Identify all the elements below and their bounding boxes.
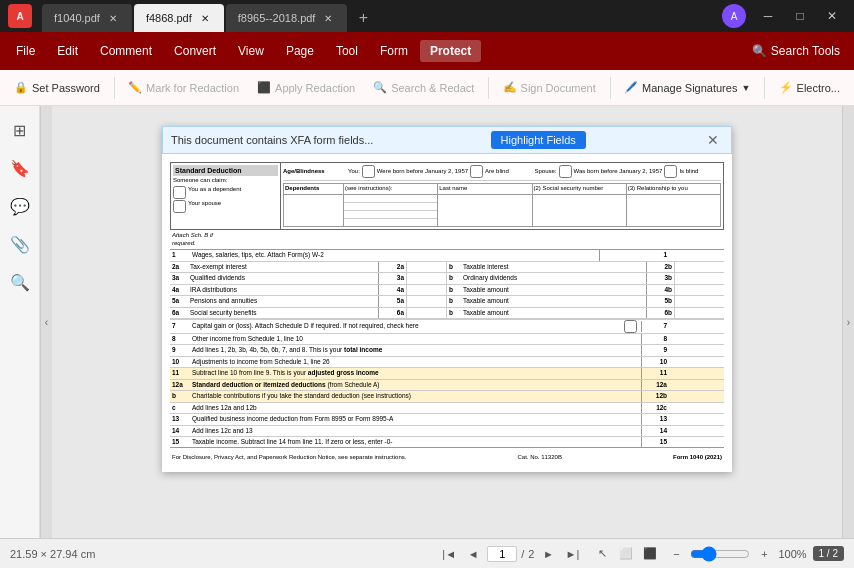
line-12a: 12a Standard deduction or itemized deduc… — [170, 380, 724, 391]
line-3a: 3a Qualified dividends 3a — [170, 273, 447, 284]
manage-signatures-button[interactable]: 🖊️ Manage Signatures ▼ — [616, 77, 758, 98]
search-tools-label: Search Tools — [771, 44, 840, 58]
page-number-input[interactable] — [487, 546, 517, 562]
left-panel-toggle[interactable]: ‹ — [40, 106, 52, 538]
sidebar-pages-icon[interactable]: ⊞ — [4, 114, 36, 146]
search-redact-button[interactable]: 🔍 Search & Redact — [365, 77, 482, 98]
line-5b: b Taxable amount 5b — [447, 296, 724, 307]
spouse-dependent-checkbox[interactable] — [173, 200, 186, 213]
menu-view[interactable]: View — [228, 40, 274, 62]
search-tools-button[interactable]: 🔍 Search Tools — [744, 41, 848, 61]
sidebar-search-icon[interactable]: 🔍 — [4, 266, 36, 298]
zoom-slider[interactable] — [690, 546, 750, 562]
spouse-born-checkbox[interactable] — [559, 165, 572, 178]
tab-f8965-close[interactable]: ✕ — [321, 11, 335, 25]
income-section: Attach Sch. B if required. 1 Wages, sala… — [170, 231, 724, 449]
attach-note-text: Attach Sch. B if required. — [170, 231, 240, 249]
line-4b: b Taxable amount 4b — [447, 285, 724, 296]
set-password-button[interactable]: 🔒 Set Password — [6, 77, 108, 98]
menu-file[interactable]: File — [6, 40, 45, 62]
search-redact-label: Search & Redact — [391, 82, 474, 94]
line-3b: b Ordinary dividends 3b — [447, 273, 724, 284]
xfa-banner-content: This document contains XFA form fields..… — [171, 134, 373, 146]
maximize-button[interactable]: □ — [786, 6, 814, 26]
age-blindness-label: Age/Blindness — [283, 168, 348, 176]
page-count-badge: 1 / 2 — [813, 546, 844, 561]
user-avatar: A — [722, 4, 746, 28]
dependents-label: Dependents — [284, 184, 344, 194]
close-button[interactable]: ✕ — [818, 6, 846, 26]
search-icon: 🔍 — [752, 44, 767, 58]
sign-document-label: Sign Document — [521, 82, 596, 94]
you-blind-label: Are blind — [485, 168, 509, 176]
menu-edit[interactable]: Edit — [47, 40, 88, 62]
add-tab-button[interactable]: + — [349, 4, 377, 32]
apply-redaction-button[interactable]: ⬛ Apply Redaction — [249, 77, 363, 98]
line-1-num: 1 — [170, 250, 190, 260]
ssn-column: Last name — [438, 184, 532, 194]
mark-redaction-button[interactable]: ✏️ Mark for Redaction — [120, 77, 247, 98]
cat-no: Cat. No. 11320B — [518, 454, 562, 462]
sidebar-bookmark-icon[interactable]: 🔖 — [4, 152, 36, 184]
tab-f4868-close[interactable]: ✕ — [198, 11, 212, 25]
fit-page-button[interactable]: ⬜ — [616, 544, 636, 564]
line-6a: 6a Social security benefits 6a — [170, 308, 447, 319]
dependents-rows — [283, 195, 721, 227]
menu-comment[interactable]: Comment — [90, 40, 162, 62]
you-born-checkbox[interactable] — [362, 165, 375, 178]
line-9: 9 Add lines 1, 2b, 3b, 4b, 5b, 6b, 7, an… — [170, 345, 724, 356]
redact-apply-icon: ⬛ — [257, 81, 271, 94]
prev-page-button[interactable]: ◄ — [463, 544, 483, 564]
tab-f4868[interactable]: f4868.pdf ✕ — [134, 4, 224, 32]
menubar: File Edit Comment Convert View Page Tool… — [0, 32, 854, 70]
you-blind-checkbox[interactable] — [470, 165, 483, 178]
standard-deduction-header: Standard Deduction — [173, 165, 278, 176]
form-number: Form 1040 (2021) — [673, 454, 722, 462]
menu-tool[interactable]: Tool — [326, 40, 368, 62]
page-total: 2 — [528, 548, 534, 560]
sign-document-button[interactable]: ✍️ Sign Document — [495, 77, 604, 98]
menu-form[interactable]: Form — [370, 40, 418, 62]
redact-mark-icon: ✏️ — [128, 81, 142, 94]
sidebar-comment-icon[interactable]: 💬 — [4, 190, 36, 222]
xfa-close-button[interactable]: ✕ — [703, 132, 723, 148]
line-12b: b Charitable contributions if you take t… — [170, 391, 724, 402]
line-12c: c Add lines 12a and 12b 12c — [170, 403, 724, 414]
zoom-out-button[interactable]: − — [666, 544, 686, 564]
you-dependent-checkbox[interactable] — [173, 186, 186, 199]
menu-convert[interactable]: Convert — [164, 40, 226, 62]
relationship-column: (2) Social security number — [533, 184, 627, 194]
you-section: You: Were born before January 2, 1957 Ar… — [348, 165, 535, 178]
titlebar: A f1040.pdf ✕ f4868.pdf ✕ f8965--2018.pd… — [0, 0, 854, 32]
tab-f8965[interactable]: f8965--2018.pdf ✕ — [226, 4, 348, 32]
tab-f1040-close[interactable]: ✕ — [106, 11, 120, 25]
next-page-button[interactable]: ► — [538, 544, 558, 564]
page-separator: / — [521, 548, 524, 560]
first-page-button[interactable]: |◄ — [439, 544, 459, 564]
zoom-level-label: 100% — [778, 548, 806, 560]
menu-page[interactable]: Page — [276, 40, 324, 62]
electric-button[interactable]: ⚡ Electro... — [771, 77, 848, 98]
tab-f1040[interactable]: f1040.pdf ✕ — [42, 4, 132, 32]
line-7: 7 Capital gain or (loss). Attach Schedul… — [170, 319, 724, 334]
document-area: This document contains XFA form fields..… — [52, 106, 842, 538]
fit-width-button[interactable]: ⬛ — [640, 544, 660, 564]
zoom-in-button[interactable]: + — [754, 544, 774, 564]
line-7-checkbox[interactable] — [624, 320, 637, 333]
line-2b: b Taxable interest 2b — [447, 262, 724, 273]
someone-can-claim: Someone can claim: — [173, 177, 278, 185]
menu-protect[interactable]: Protect — [420, 40, 481, 62]
xfa-banner: This document contains XFA form fields..… — [162, 126, 732, 154]
highlight-fields-button[interactable]: Highlight Fields — [491, 131, 586, 149]
line-15: 15 Taxable income. Subtract line 14 from… — [170, 437, 724, 448]
select-mode-button[interactable]: ↖ — [592, 544, 612, 564]
manage-signatures-label: Manage Signatures — [642, 82, 737, 94]
dimensions-label: 21.59 × 27.94 cm — [10, 548, 95, 560]
minimize-button[interactable]: ─ — [754, 6, 782, 26]
last-page-button[interactable]: ►| — [562, 544, 582, 564]
line-13: 13 Qualified business income deduction f… — [170, 414, 724, 425]
spouse-blind-checkbox[interactable] — [664, 165, 677, 178]
right-panel-toggle[interactable]: › — [842, 106, 854, 538]
sidebar-attachment-icon[interactable]: 📎 — [4, 228, 36, 260]
attach-note: Attach Sch. B if required. — [170, 231, 724, 249]
